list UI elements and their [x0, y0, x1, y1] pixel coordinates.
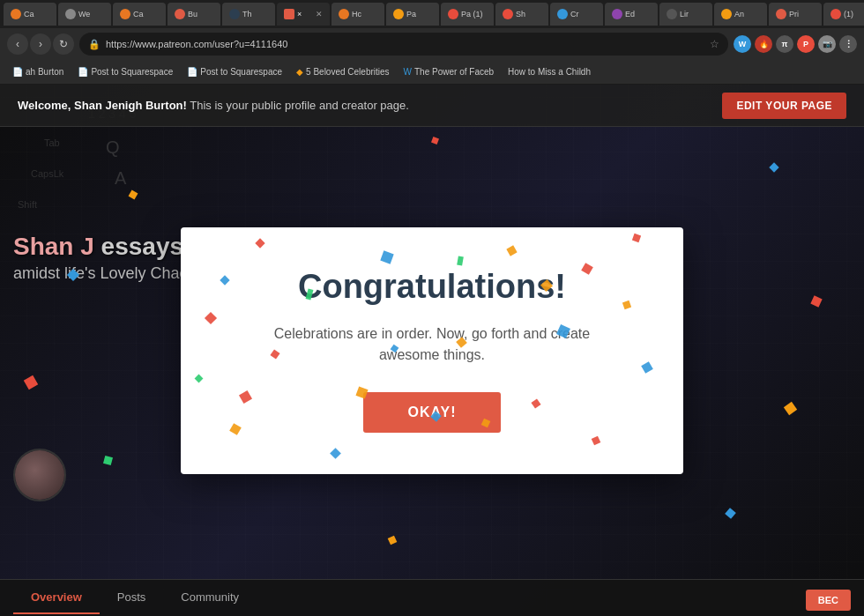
bookmark-icon-1: 📄 — [78, 67, 88, 77]
tab-label-6: Hc — [352, 10, 361, 19]
bookmarks-bar: 📄 ah Burton 📄 Post to Squarespace 📄 Post… — [0, 60, 864, 85]
confetti-c21 — [632, 234, 641, 242]
tab-12[interactable]: Lir — [659, 3, 712, 26]
tab-favicon-11 — [612, 9, 622, 19]
address-bar[interactable]: 🔒 https://www.patreon.com/user?u=4111640… — [79, 33, 728, 56]
tab-favicon-4 — [229, 9, 240, 19]
confetti-c24 — [239, 390, 252, 404]
tab-8[interactable]: Pa (1) — [441, 3, 494, 26]
tab-label-14: Pri — [789, 10, 799, 19]
tab-label-8: Pa (1) — [461, 10, 483, 19]
bookmark-2[interactable]: 📄 Post to Squarespace — [182, 65, 287, 78]
tab-favicon-8 — [448, 9, 458, 19]
tab-label-13: An — [734, 10, 744, 19]
tab-2[interactable]: Ca — [113, 3, 166, 26]
confetti-c5 — [220, 275, 229, 285]
page-content: Tab CapsLk Shift Q A 1 2 3 4 5 Welcome, … — [0, 85, 864, 616]
bookmark-4[interactable]: W The Power of Faceb — [398, 65, 500, 78]
confetti-c4 — [581, 263, 593, 275]
tab-label-15: (1) — [844, 10, 853, 19]
confetti-c3 — [506, 245, 517, 256]
bookmark-icon-0: 📄 — [12, 67, 23, 77]
nav-buttons: ‹ › ↻ — [7, 33, 74, 55]
tab-4[interactable]: Th — [222, 3, 275, 26]
back-button[interactable]: ‹ — [7, 33, 28, 55]
bookmark-icon-2: 📄 — [187, 67, 197, 77]
extension-icon-3[interactable]: π — [776, 35, 793, 53]
tab-5-active[interactable]: × ✕ — [277, 3, 330, 26]
bookmark-star-icon[interactable]: ☆ — [710, 38, 719, 50]
menu-icon[interactable]: ⋮ — [839, 35, 857, 53]
tab-favicon-10 — [557, 9, 568, 19]
tab-label-0: Ca — [24, 10, 34, 19]
tab-label-7: Pa — [406, 10, 416, 19]
bookmark-0[interactable]: 📄 ah Burton — [7, 65, 69, 78]
confetti-c8 — [204, 311, 216, 323]
tab-11[interactable]: Ed — [605, 3, 658, 26]
extension-icon-2[interactable]: 🔥 — [755, 35, 772, 53]
tab-label-11: Ed — [625, 10, 635, 19]
bookmark-label-5: How to Miss a Childh — [508, 67, 591, 77]
bookmark-icon-4: W — [404, 67, 412, 77]
bookmark-label-1: Post to Squarespace — [91, 67, 173, 77]
tab-label-1: We — [78, 10, 90, 19]
tab-6[interactable]: Hc — [331, 3, 384, 26]
tab-favicon-2 — [120, 9, 130, 19]
bookmark-label-0: ah Burton — [26, 67, 63, 77]
reload-button[interactable]: ↻ — [53, 33, 74, 55]
confetti-c15 — [531, 398, 540, 408]
tab-close-5[interactable]: ✕ — [316, 10, 323, 19]
tab-favicon-0 — [11, 9, 21, 19]
confetti-c20 — [330, 448, 341, 459]
tab-3[interactable]: Bu — [168, 3, 220, 26]
confetti-c18 — [592, 435, 601, 445]
confetti-c7 — [622, 300, 630, 308]
tab-label-9: Sh — [516, 10, 525, 19]
lock-icon: 🔒 — [88, 39, 101, 50]
tab-label-10: Cr — [570, 10, 579, 19]
confetti-c2 — [380, 250, 393, 263]
confetti-c13 — [195, 374, 204, 382]
tab-label-2: Ca — [133, 10, 144, 19]
modal-overlay: Congratulations! Celebrations are in ord… — [0, 85, 864, 616]
bookmark-3[interactable]: ◆ 5 Beloved Celebrities — [291, 65, 395, 78]
tab-label-5: × — [297, 10, 302, 19]
bookmark-1[interactable]: 📄 Post to Squarespace — [72, 65, 178, 78]
confetti-c12 — [642, 361, 654, 374]
tab-13[interactable]: An — [714, 3, 767, 26]
tab-favicon-12 — [667, 9, 677, 19]
tab-15[interactable]: (1) — [823, 3, 864, 26]
tab-label-3: Bu — [188, 10, 197, 19]
modal-message: Celebrations are in order. Now, go forth… — [274, 323, 590, 366]
extension-icon-1[interactable]: W — [734, 35, 751, 53]
modal-box: Congratulations! Celebrations are in ord… — [181, 227, 683, 474]
confetti-c17 — [229, 423, 242, 435]
tab-favicon-15 — [830, 9, 841, 19]
bookmark-5[interactable]: How to Miss a Childh — [503, 65, 596, 78]
tab-1[interactable]: We — [58, 3, 111, 26]
tab-favicon-1 — [65, 9, 76, 19]
tab-favicon-9 — [503, 9, 513, 19]
tab-label-12: Lir — [680, 10, 689, 19]
modal-ok-button[interactable]: OKAY! — [363, 392, 500, 433]
tab-favicon-13 — [721, 9, 732, 19]
bookmark-label-3: 5 Beloved Celebrities — [306, 67, 390, 77]
extension-icon-4[interactable]: P — [797, 35, 815, 53]
tab-favicon-6 — [339, 9, 349, 19]
tab-9[interactable]: Sh — [495, 3, 548, 26]
bookmark-icon-3: ◆ — [296, 67, 303, 77]
browser-icons-area: W 🔥 π P 📷 ⋮ — [734, 35, 857, 53]
confetti-c19 — [457, 256, 464, 266]
address-text: https://www.patreon.com/user?u=4111640 — [106, 39, 704, 49]
tab-favicon-14 — [776, 9, 786, 19]
bookmark-label-2: Post to Squarespace — [200, 67, 282, 77]
tab-7[interactable]: Pa — [386, 3, 439, 26]
tab-0[interactable]: Ca — [4, 3, 56, 26]
tab-14[interactable]: Pri — [769, 3, 822, 26]
nav-bar: ‹ › ↻ 🔒 https://www.patreon.com/user?u=4… — [0, 28, 864, 60]
tab-favicon-7 — [393, 9, 404, 19]
extension-icon-5[interactable]: 📷 — [818, 35, 836, 53]
confetti-c1 — [255, 238, 264, 248]
forward-button[interactable]: › — [30, 33, 51, 55]
tab-10[interactable]: Cr — [550, 3, 603, 26]
